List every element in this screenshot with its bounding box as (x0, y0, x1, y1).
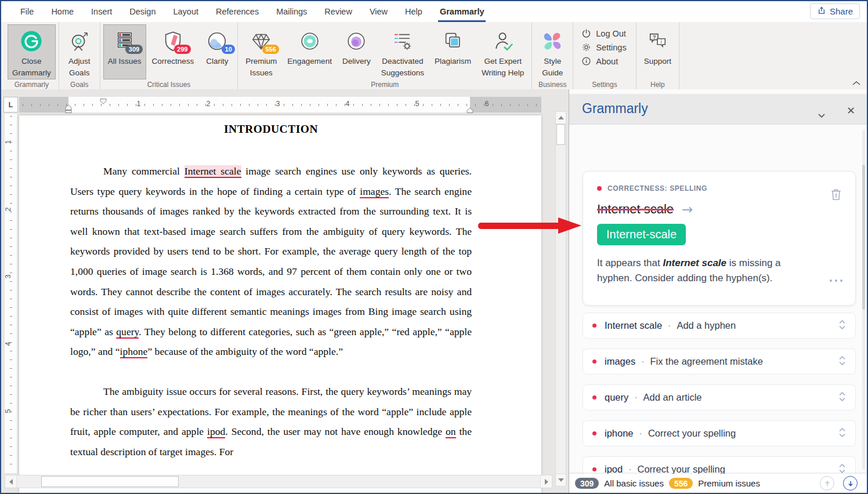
button-label: Engagement (287, 56, 332, 67)
trash-icon[interactable] (829, 187, 844, 204)
grammarly-highlighted-text[interactable]: Internet scale (185, 165, 241, 178)
ribbon-group-premium: 556PremiumIssuesEngagementDeliveryDeacti… (238, 22, 532, 89)
issue-row-query[interactable]: query·Add an article (583, 384, 856, 411)
menu-tab-layout[interactable]: Layout (164, 1, 207, 22)
share-button[interactable]: Share (810, 3, 860, 19)
grammarly-underlined-text[interactable]: query (116, 326, 139, 339)
issue-row-internet-scale[interactable]: Internet scale·Add a hyphen (583, 313, 856, 339)
ribbon-button-adjust-goals[interactable]: AdjustGoals (62, 24, 97, 79)
scroll-right-icon[interactable] (540, 475, 552, 488)
scrollbar-thumb[interactable] (862, 165, 865, 310)
delivery-icon (343, 28, 369, 55)
document-heading: INTRODUCTION (70, 123, 472, 136)
button-label: Support (644, 56, 671, 67)
menu-tab-design[interactable]: Design (121, 1, 164, 22)
horizontal-ruler[interactable]: 123456 (19, 97, 541, 112)
expand-collapse-icon[interactable] (838, 390, 846, 405)
ribbon-group-label: Settings (573, 81, 635, 89)
button-label: Correctness (152, 56, 194, 67)
ribbon-button-log-out[interactable]: Log Out (581, 28, 626, 38)
next-issue-icon[interactable] (843, 476, 858, 491)
ribbon-button-close-grammarly[interactable]: CloseGrammarly (8, 24, 56, 79)
right-indent-marker[interactable] (466, 106, 473, 116)
menu-tab-grammarly[interactable]: Grammarly (431, 1, 493, 22)
button-label: Settings (596, 43, 626, 52)
previous-issue-icon[interactable] (820, 476, 834, 491)
ribbon-group-goals: AdjustGoalsGoals (59, 22, 100, 89)
ribbon-button-deactivated-suggestions[interactable]: DeactivatedSuggestions (377, 24, 429, 79)
suggestion-card[interactable]: CORRECTNESS: SPELLING Internet scale → I… (583, 171, 856, 306)
ruler-number: 3 (273, 100, 283, 108)
menu-tab-review[interactable]: Review (316, 1, 361, 22)
basic-issues-label[interactable]: All basic issues (604, 478, 664, 488)
menu-tab-home[interactable]: Home (42, 1, 82, 22)
ruler-number: 5 (4, 409, 12, 413)
ribbon-button-get-expert-writing-help[interactable]: Get ExpertWriting Help (477, 24, 529, 79)
ribbon-button-settings[interactable]: Settings (581, 42, 626, 52)
first-line-indent-marker[interactable] (100, 96, 107, 107)
collapse-ribbon-icon[interactable] (852, 78, 861, 88)
grammarly-underlined-text[interactable]: ipod (207, 426, 225, 438)
horizontal-scrollbar[interactable] (5, 475, 552, 488)
grammarly-underlined-text[interactable]: on (446, 426, 456, 438)
menu-tab-mailings[interactable]: Mailings (267, 1, 316, 22)
ribbon-group-label: Business (532, 81, 573, 89)
share-label: Share (830, 6, 853, 16)
issue-action: Fix the agreement mistake (650, 356, 763, 367)
suggestion-description: It appears that Internet scale is missin… (597, 256, 800, 286)
ribbon-button-plagiarism[interactable]: Plagiarism (430, 24, 476, 79)
document-paragraph: Many commercial Internet scale image sea… (70, 161, 472, 362)
ribbon-button-support[interactable]: ?iSupport (639, 24, 676, 79)
ribbon-button-about[interactable]: About (581, 56, 626, 66)
ruler-number: 1 (4, 140, 12, 144)
grammarly-underlined-text[interactable]: images (360, 186, 389, 198)
panel-menu-chevron-icon[interactable] (818, 110, 825, 121)
separator: · (641, 357, 644, 367)
suggestion-button[interactable]: Internet-scale (597, 224, 686, 245)
tab-stop-selector[interactable]: L (3, 97, 18, 112)
menu-tab-file[interactable]: File (12, 1, 42, 22)
scroll-left-icon[interactable] (5, 475, 17, 488)
ruler-number: 3 (4, 275, 12, 279)
left-indent-marker[interactable] (65, 104, 72, 115)
vertical-scrollbar[interactable] (555, 111, 566, 486)
panel-footer: 309 All basic issues 556 Premium issues (569, 474, 867, 493)
panel-close-icon[interactable]: ✕ (847, 104, 855, 117)
original-text: Internet scale (597, 202, 674, 217)
scrollbar-thumb[interactable] (41, 476, 179, 487)
scroll-down-icon[interactable] (556, 474, 566, 486)
ribbon-button-style-guide[interactable]: StyleGuide (535, 24, 570, 79)
menu-tab-help[interactable]: Help (396, 1, 431, 22)
power-icon (581, 28, 591, 38)
issue-row-iphone[interactable]: iphone·Correct your spelling (583, 420, 856, 446)
count-badge: 556 (262, 45, 279, 54)
grammarly-underlined-text[interactable]: iphone (120, 346, 148, 358)
goals-target-icon (67, 28, 92, 55)
button-label: Get ExpertWriting Help (482, 56, 524, 79)
ruler-number: 6 (482, 100, 491, 108)
ribbon-group-label: Grammarly (5, 81, 59, 89)
scrollbar-thumb[interactable] (556, 124, 565, 145)
expand-collapse-icon[interactable] (838, 354, 846, 369)
ribbon-button-premium-issues[interactable]: 556PremiumIssues (241, 24, 281, 79)
ribbon-button-correctness[interactable]: 299Correctness (147, 24, 199, 79)
more-options-icon[interactable] (830, 279, 842, 282)
ribbon-button-delivery[interactable]: Delivery (338, 24, 375, 79)
premium-issues-label[interactable]: Premium issues (698, 478, 760, 488)
ribbon-button-clarity[interactable]: 10Clarity (200, 24, 234, 79)
menu-tab-view[interactable]: View (361, 1, 396, 22)
scroll-up-icon[interactable] (556, 112, 566, 124)
count-badge: 299 (174, 45, 191, 54)
ribbon-button-all-issues[interactable]: 309All Issues (103, 24, 146, 79)
vertical-ruler[interactable]: 12345 (5, 114, 17, 473)
menu-tab-references[interactable]: References (207, 1, 267, 22)
ribbon-button-engagement[interactable]: Engagement (283, 24, 337, 79)
document-page[interactable]: INTRODUCTION Many commercial Internet sc… (19, 115, 541, 493)
basic-issues-count-badge[interactable]: 309 (575, 478, 599, 489)
panel-scrollbar[interactable] (862, 130, 865, 470)
premium-issues-count-badge[interactable]: 556 (669, 478, 693, 489)
issue-row-images[interactable]: images·Fix the agreement mistake (583, 348, 856, 375)
expand-collapse-icon[interactable] (838, 318, 846, 333)
menu-tab-insert[interactable]: Insert (82, 1, 121, 22)
expand-collapse-icon[interactable] (838, 426, 846, 441)
